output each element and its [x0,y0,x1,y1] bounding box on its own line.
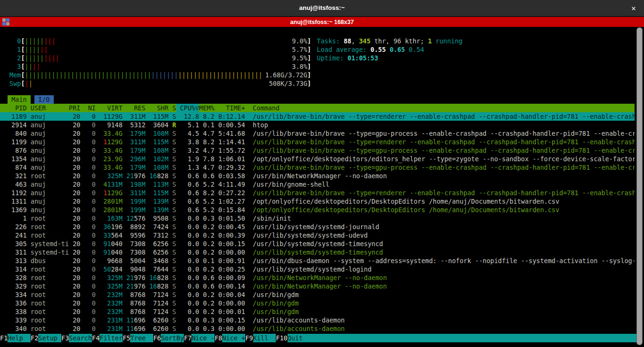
header-meters-area: 0[||||||||9.0%]1[||||||5.7%]2[|||||||||9… [0,27,644,88]
fkey-f4[interactable]: F4 [92,334,99,342]
fkey-f8[interactable]: F8 [215,334,222,342]
column-header-res[interactable]: RES [123,104,146,112]
process-command: htop [245,121,635,129]
fkey-f10-label[interactable]: Quit [288,334,638,342]
column-header-mem[interactable]: MEM% [199,104,215,112]
process-row-241[interactable]: 241root2003356495967312S0.00.20:00.39/us… [0,231,635,240]
process-command: /usr/bin/NetworkManager --no-daemon [245,273,635,282]
column-header-time[interactable]: TIME+ [215,104,245,112]
fkey-f5-label[interactable]: Tree [130,334,153,342]
tab-main[interactable]: Main [8,95,31,104]
info-column: Tasks: 88, 345 thr, 96 kthr; 1 runningLo… [317,37,462,62]
process-command: /usr/bin/gdm [245,290,635,299]
fkey-f6[interactable]: F6 [153,334,161,342]
process-row-321[interactable]: 321root200325M2197616828S0.60.60:03.58/u… [0,172,635,180]
fkey-f3[interactable]: F3 [61,334,69,342]
cpu-2-value: 9.5% [292,54,307,62]
terminal-tab-bar: anuj@itsfoss:~ 168x37 [0,17,644,27]
process-row-1354[interactable]: 1354anuj20023.9G296M102MS1.97.81:06.01/o… [0,155,635,163]
process-command: /opt/onlyoffice/desktopeditors/DesktopEd… [245,197,635,206]
fkey-f8-label[interactable]: Nice + [222,334,245,342]
fkey-f1[interactable]: F1 [0,334,8,342]
process-row-336[interactable]: 336root200232M87687124S0.00.20:00.00/usr… [0,299,635,307]
column-header-shr[interactable]: SHR [146,104,169,112]
column-header-virt[interactable]: VIRT [96,104,123,112]
fkey-f10[interactable]: F10 [276,334,287,342]
process-row-1311[interactable]: 1311anuj2002801M199M139MS0.65.21:02.27/o… [0,197,635,206]
htop-screen: 0[||||||||9.0%]1[||||||5.7%]2[|||||||||9… [0,27,644,347]
column-header-user[interactable]: USER [31,104,69,112]
process-row-876[interactable]: 876anuj20033.4G179M108MS3.24.71:55.72/us… [0,146,635,155]
process-command: /sbin/init [245,214,635,223]
process-row-874[interactable]: 874anuj20033.4G179M108MS1.34.70:29.32/us… [0,163,635,172]
process-command: /usr/lib/systemd/systemd-journald [245,223,635,231]
scrollbar-thumb[interactable] [636,27,643,345]
process-row-840[interactable]: 840anuj20033.4G179M108MS4.54.75:41.68/us… [0,129,635,138]
column-header-pid[interactable]: PID [8,104,27,112]
process-row-1369[interactable]: 1369anuj2002801M199M139MS0.65.20:15.84/o… [0,206,635,214]
cpu-0-value: 9.0% [292,37,307,45]
cpu-0-meter: 0[||||||||9.0%] [9,37,311,45]
process-table: PIDUSERPRINIVIRTRESSHRSCPU%▽MEM%TIME+Com… [0,104,635,333]
fkey-f4-label[interactable]: Filter [99,334,123,342]
cpu-3-meter: 3[||||3.8%] [9,62,311,71]
process-row-463[interactable]: 463anuj2004131M198M113MS0.65.24:11.49/us… [0,180,635,189]
load-line: Load average: 0.55 0.65 0.54 [317,45,462,54]
fkey-f5[interactable]: F5 [123,334,130,342]
fkey-f9[interactable]: F9 [245,334,253,342]
process-command: /usr/lib/brave-bin/brave --type=renderer… [245,138,635,146]
process-row-2914[interactable]: 2914anuj200914853123604R5.10.10:00.54hto… [0,121,635,129]
fkey-f2[interactable]: F2 [31,334,38,342]
column-header-s[interactable]: S [168,104,176,112]
process-command: /usr/lib/systemd/systemd-logind [245,265,635,273]
process-row-1192[interactable]: 1192anuj2001129G311M115MS0.68.20:27.22/u… [0,189,635,197]
process-command: /usr/lib/brave-bin/brave --type=renderer… [245,112,635,121]
process-command: /usr/lib/brave-bin/brave --type=renderer… [245,189,635,197]
fkey-f6-label[interactable]: SortBy [161,334,184,342]
process-command: /opt/onlyoffice/desktopeditors/DesktopEd… [245,206,635,214]
window-title: anuj@itsfoss:~ [299,4,345,12]
process-command: /usr/lib/brave-bin/brave --type=gpu-proc… [245,146,635,155]
process-row-329[interactable]: 329root200325M2197616828S0.00.60:00.14/u… [0,282,635,290]
process-row-1189[interactable]: 1189anuj2001129G311M115MS12.88.28:12.14/… [0,112,635,121]
process-row-334[interactable]: 334root200232M87687124S0.00.20:00.04/usr… [0,290,635,299]
fkey-f1-label[interactable]: Help [8,334,31,342]
function-key-bar: F1HelpF2SetupF3SearchF4FilterF5TreeF6Sor… [0,334,638,342]
fkey-f2-label[interactable]: Setup [38,334,61,342]
screen-tabs: MainI/O [8,95,644,104]
process-row-226[interactable]: 226root2003619688927424S0.00.20:00.45/us… [0,223,635,231]
process-row-1[interactable]: 1root200163M125769508S0.00.30:01.50/sbin… [0,214,635,223]
process-row-328[interactable]: 328root200325M2197616828S0.00.60:00.09/u… [0,273,635,282]
process-row-311[interactable]: 311systemd-ti2009104073086256S0.00.20:00… [0,248,635,256]
fkey-f7-label[interactable]: Nice - [191,334,215,342]
memory-value: 1.68G/3.72G [265,71,307,79]
column-header-ni[interactable]: NI [80,104,96,112]
process-row-313[interactable]: 313dbus200966850043468S0.00.10:00.91/usr… [0,256,635,265]
tasks-line: Tasks: 88, 345 thr, 96 kthr; 1 running [317,37,462,45]
fkey-f7[interactable]: F7 [184,334,191,342]
column-header-cmd[interactable]: Command [245,104,635,112]
process-command: /opt/onlyoffice/desktopeditors/editors_h… [245,155,635,163]
column-header-cpu[interactable]: CPU%▽ [176,104,199,112]
memory-meter: Mem[||||||||||||||||||||||||||||||||||||… [9,71,311,79]
process-command: /usr/lib/accounts-daemon [245,324,635,333]
process-row-338[interactable]: 338root200232M87687124S0.00.20:00.01/usr… [0,307,635,316]
fkey-f9-label[interactable]: Kill [253,334,276,342]
process-command: /usr/bin/gdm [245,299,635,307]
process-command: /usr/bin/gnome-shell [245,180,635,189]
grabber-icon[interactable] [2,18,9,25]
fkey-f3-label[interactable]: Search [69,334,92,342]
cpu-3-value: 3.8% [292,62,307,71]
process-command: /usr/bin/NetworkManager --no-daemon [245,172,635,180]
process-row-1199[interactable]: 1199anuj2001129G311M115MS3.88.21:14.41/u… [0,138,635,146]
column-header-pri[interactable]: PRI [69,104,80,112]
close-icon[interactable]: × [629,4,638,13]
process-row-340[interactable]: 340root200231M116966260S0.00.30:00.00/us… [0,324,635,333]
window-titlebar: anuj@itsfoss:~ × [0,0,644,17]
tab-i-o[interactable]: I/O [34,95,54,104]
process-row-314[interactable]: 314root2005028490487644S0.00.20:00.25/us… [0,265,635,273]
process-command: /usr/bin/NetworkManager --no-daemon [245,282,635,290]
process-row-305[interactable]: 305systemd-ti2009104073086256S0.00.20:00… [0,240,635,248]
process-row-339[interactable]: 339root200231M116966260S0.00.30:00.15/us… [0,316,635,324]
process-command: /usr/bin/gdm [245,307,635,316]
